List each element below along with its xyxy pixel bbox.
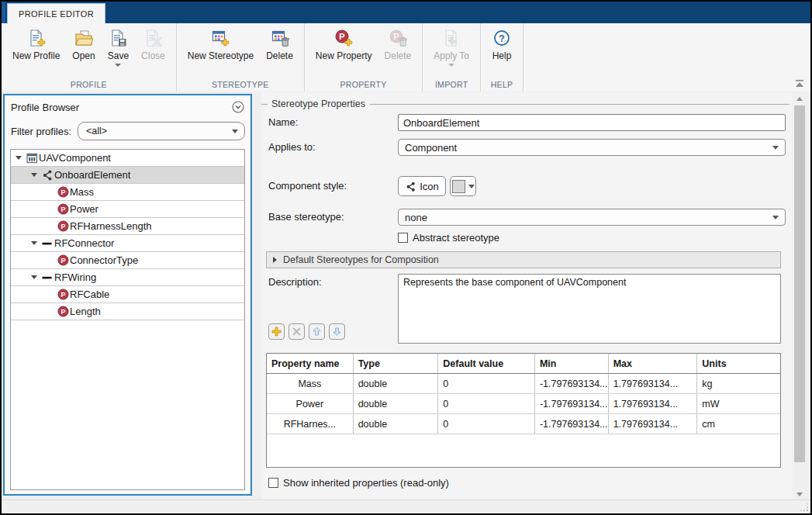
abstract-stereotype-label: Abstract stereotype bbox=[413, 232, 499, 244]
move-down-button[interactable] bbox=[329, 323, 345, 340]
toolbar-group-label: PROPERTY bbox=[305, 80, 422, 92]
table-cell[interactable]: mW bbox=[697, 394, 780, 413]
delete-property-row-button[interactable] bbox=[289, 323, 305, 340]
column-header-property-name[interactable]: Property name bbox=[267, 354, 354, 373]
close-button[interactable]: Close bbox=[135, 26, 171, 63]
icon-button-label: Icon bbox=[420, 181, 439, 192]
column-header-type[interactable]: Type bbox=[354, 354, 439, 373]
tree-item-mass[interactable]: PMass bbox=[11, 184, 244, 201]
table-cell[interactable]: 1.797693134... bbox=[609, 374, 698, 393]
table-cell[interactable]: -1.797693134... bbox=[535, 414, 609, 434]
table-cell[interactable]: double bbox=[354, 414, 439, 434]
tree-item-rfharnesslength[interactable]: PRFHarnessLength bbox=[11, 218, 244, 235]
filter-profiles-dropdown[interactable]: <all> bbox=[78, 122, 245, 140]
tree-item-onboardelement[interactable]: OnboardElement bbox=[11, 167, 244, 184]
help-button[interactable]: ?Help bbox=[485, 26, 518, 63]
table-cell[interactable]: kg bbox=[697, 374, 780, 393]
description-textarea[interactable]: Represents the base component of UAVComp… bbox=[398, 274, 781, 344]
toolbar-button-label: Close bbox=[141, 50, 165, 61]
table-cell[interactable]: 0 bbox=[438, 374, 535, 393]
column-header-units[interactable]: Units bbox=[697, 354, 780, 373]
stereotype-properties-title: Stereotype Properties bbox=[271, 99, 365, 109]
new-profile-button[interactable]: New Profile bbox=[6, 26, 66, 63]
table-cell[interactable]: 1.797693134... bbox=[609, 414, 698, 434]
move-up-button[interactable] bbox=[309, 323, 325, 340]
new-stereotype-button[interactable]: New Stereotype bbox=[181, 26, 260, 63]
name-input[interactable] bbox=[398, 114, 786, 131]
arrow-up-icon bbox=[311, 326, 323, 337]
table-row[interactable]: RFHarnes...double0-1.797693134...1.79769… bbox=[267, 414, 780, 434]
add-property-button[interactable] bbox=[268, 323, 285, 340]
show-inherited-checkbox[interactable] bbox=[268, 478, 278, 488]
chevron-down-icon bbox=[468, 185, 475, 188]
svg-text:P: P bbox=[60, 188, 65, 196]
column-header-min[interactable]: Min bbox=[535, 354, 609, 373]
table-cell[interactable]: 1.797693134... bbox=[609, 394, 698, 413]
expander-icon[interactable] bbox=[28, 275, 40, 279]
collapse-ribbon-icon bbox=[793, 78, 806, 89]
tab-profile-editor[interactable]: PROFILE EDITOR bbox=[7, 3, 105, 24]
expander-icon[interactable] bbox=[28, 173, 40, 177]
toolbar-group-property: PNew PropertyPDeletePROPERTY bbox=[305, 23, 423, 92]
delete-button[interactable]: PDelete bbox=[378, 26, 418, 63]
tree-item-label: OnboardElement bbox=[54, 169, 130, 181]
scrollbar-thumb[interactable] bbox=[794, 105, 805, 462]
table-cell[interactable]: Power bbox=[267, 394, 354, 413]
property-icon: P bbox=[56, 203, 70, 216]
abstract-stereotype-checkbox[interactable] bbox=[398, 233, 408, 243]
table-cell[interactable]: cm bbox=[697, 414, 780, 434]
toolbar-button-label: New Profile bbox=[12, 50, 60, 61]
scroll-down-button[interactable] bbox=[793, 488, 807, 500]
table-row[interactable]: Massdouble0-1.797693134...1.797693134...… bbox=[267, 374, 780, 394]
table-cell[interactable]: RFHarnes... bbox=[267, 414, 354, 434]
tree-item-connectortype[interactable]: PConnectorType bbox=[11, 252, 244, 269]
chevron-down-icon bbox=[772, 216, 779, 219]
collapse-ribbon-button[interactable] bbox=[793, 78, 806, 89]
applies-to-dropdown[interactable]: Component bbox=[398, 139, 786, 156]
tree-item-rfconnector[interactable]: RFConnector bbox=[11, 235, 244, 252]
tree-item-rfcable[interactable]: PRFCable bbox=[11, 286, 244, 303]
svg-text:P: P bbox=[340, 32, 345, 41]
table-cell[interactable]: double bbox=[354, 394, 439, 413]
table-cell[interactable]: 0 bbox=[438, 414, 535, 434]
scroll-up-button[interactable] bbox=[793, 92, 807, 105]
property-icon: P bbox=[56, 254, 70, 267]
save-button[interactable]: Save bbox=[102, 26, 135, 68]
tree-item-rfwiring[interactable]: RFWiring bbox=[11, 269, 244, 286]
expander-icon[interactable] bbox=[28, 241, 40, 245]
component-stereotype-icon bbox=[40, 169, 54, 181]
table-cell[interactable]: 0 bbox=[438, 394, 535, 413]
component-color-dropdown[interactable] bbox=[450, 176, 476, 196]
table-cell[interactable]: -1.797693134... bbox=[535, 394, 609, 413]
delete-button[interactable]: Delete bbox=[260, 26, 299, 63]
component-style-icon-button[interactable]: Icon bbox=[398, 176, 446, 196]
apply-to-icon bbox=[441, 28, 461, 48]
name-label: Name: bbox=[268, 116, 298, 128]
table-cell[interactable]: Mass bbox=[267, 374, 354, 393]
open-button[interactable]: Open bbox=[66, 26, 101, 63]
new-property-button[interactable]: PNew Property bbox=[309, 26, 378, 63]
tree-item-power[interactable]: PPower bbox=[11, 201, 244, 218]
tree-item-length[interactable]: PLength bbox=[11, 303, 244, 320]
default-stereotypes-expander[interactable]: Default Stereotypes for Composition bbox=[266, 251, 781, 268]
base-stereotype-dropdown[interactable]: none bbox=[398, 209, 786, 226]
color-swatch bbox=[452, 180, 465, 193]
expander-icon[interactable] bbox=[12, 156, 25, 160]
table-row[interactable]: Powerdouble0-1.797693134...1.797693134..… bbox=[267, 394, 780, 414]
table-cell[interactable]: double bbox=[354, 374, 439, 393]
description-label: Description: bbox=[268, 276, 322, 288]
help-icon: ? bbox=[492, 28, 512, 48]
toolbar-group-stereotype: New StereotypeDeleteSTEREOTYPE bbox=[177, 23, 305, 92]
apply-to-button[interactable]: Apply To bbox=[427, 26, 475, 68]
tree-item-uavcomponent[interactable]: UAVComponent bbox=[11, 150, 244, 167]
vertical-scrollbar[interactable] bbox=[793, 92, 807, 500]
column-header-default-value[interactable]: Default value bbox=[438, 354, 535, 373]
toolbar-button-label: New Stereotype bbox=[188, 50, 254, 61]
resize-grip[interactable] bbox=[800, 503, 809, 512]
open-icon bbox=[74, 28, 94, 48]
toolbar-group-help: ?HelpHELP bbox=[481, 23, 523, 92]
delete-property-icon: P bbox=[388, 28, 408, 48]
table-cell[interactable]: -1.797693134... bbox=[535, 374, 609, 393]
column-header-max[interactable]: Max bbox=[609, 354, 698, 373]
panel-collapse-icon[interactable] bbox=[232, 101, 244, 113]
